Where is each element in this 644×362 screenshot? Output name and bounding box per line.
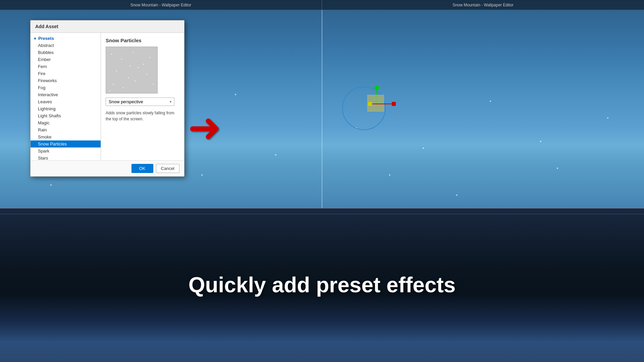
sparkle	[50, 184, 52, 186]
red-arrow-icon: ➜	[188, 107, 222, 147]
presets-section[interactable]: ▼ Presets	[31, 35, 101, 42]
tree-item-magic[interactable]: Magic	[31, 119, 101, 126]
presets-arrow-icon: ▼	[33, 37, 37, 41]
snow-dot	[138, 67, 139, 68]
dialog-body: ▼ Presets Abstract Bubbles Ember Fern Fi…	[31, 33, 184, 160]
sparkle	[557, 168, 558, 169]
sparkle	[235, 94, 236, 95]
preview-panel: Snow Particles Snow perspective ▾ Adds s…	[101, 33, 184, 160]
sparkle	[490, 101, 491, 102]
ok-button[interactable]: OK	[131, 164, 153, 173]
preview-description: Adds snow particles slowly falling from …	[106, 110, 179, 122]
tree-item-ember[interactable]: Ember	[31, 56, 101, 63]
tree-item-fire[interactable]: Fire	[31, 70, 101, 77]
preview-image	[106, 47, 158, 94]
dialog-buttons: OK Cancel	[31, 160, 184, 176]
tree-item-fern[interactable]: Fern	[31, 63, 101, 70]
tree-item-fog[interactable]: Fog	[31, 84, 101, 91]
snow-dot	[135, 80, 136, 81]
bottom-tagline: Quickly add preset effects	[189, 273, 456, 297]
sparkle	[423, 147, 424, 149]
h-divider2	[0, 214, 644, 214]
snow-dot	[121, 59, 122, 60]
gizmo-origin[interactable]	[368, 102, 372, 106]
tree-item-leaves[interactable]: Leaves	[31, 98, 101, 105]
preview-title: Snow Particles	[106, 38, 179, 43]
sparkle	[607, 117, 608, 119]
top-bar: Snow Mountain - Wallpaper Editor Snow Mo…	[0, 0, 644, 10]
tree-item-rain[interactable]: Rain	[31, 126, 101, 133]
bottom-panel: Quickly add preset effects	[0, 208, 644, 362]
gizmo-y-handle[interactable]	[375, 86, 379, 90]
tree-item-fireworks[interactable]: Fireworks	[31, 77, 101, 84]
add-asset-dialog: Add Asset ▼ Presets Abstract Bubbles Emb…	[30, 20, 184, 177]
sparkle	[456, 194, 458, 196]
h-divider	[0, 208, 644, 208]
sparkle	[540, 141, 541, 142]
snow-dot	[146, 74, 147, 75]
tree-item-stars[interactable]: Stars	[31, 155, 101, 160]
variant-dropdown[interactable]: Snow perspective ▾	[106, 98, 174, 106]
tree-item-abstract[interactable]: Abstract	[31, 42, 101, 49]
snow-dot	[143, 64, 144, 65]
snow-dot	[113, 84, 114, 85]
gizmo-x-axis	[372, 104, 392, 104]
transform-gizmo	[339, 83, 406, 143]
sparkle	[201, 174, 203, 176]
tree-item-smoke[interactable]: Smoke	[31, 133, 101, 140]
dialog-title: Add Asset	[31, 20, 184, 33]
snow-dot	[150, 57, 151, 58]
snow-dot	[111, 54, 112, 55]
snow-dot	[153, 84, 154, 85]
title-right: Snow Mountain - Wallpaper Editor	[322, 0, 644, 10]
snow-dot	[123, 87, 124, 88]
gizmo-x-handle[interactable]	[392, 102, 396, 106]
sparkle	[275, 154, 276, 156]
snow-dot	[109, 90, 110, 92]
cancel-button[interactable]: Cancel	[156, 164, 179, 173]
snow-dot	[116, 70, 117, 71]
split-divider	[322, 10, 322, 208]
dropdown-value: Snow perspective	[109, 99, 143, 104]
tree-item-interactive[interactable]: Interactive	[31, 91, 101, 98]
snow-dot	[128, 77, 129, 78]
tree-item-lightning[interactable]: Lightning	[31, 105, 101, 112]
tree-panel: ▼ Presets Abstract Bubbles Ember Fern Fi…	[31, 33, 101, 160]
sparkle	[389, 174, 390, 176]
tree-item-snowparticles[interactable]: Snow Particles	[31, 140, 101, 147]
title-left: Snow Mountain - Wallpaper Editor	[0, 0, 322, 10]
snow-dot	[129, 65, 130, 66]
tree-item-spark[interactable]: Spark	[31, 147, 101, 155]
chevron-down-icon: ▾	[170, 100, 171, 104]
tree-item-bubbles[interactable]: Bubbles	[31, 49, 101, 56]
tree-item-lightshafts[interactable]: Light Shafts	[31, 112, 101, 119]
snow-dot	[133, 52, 134, 53]
